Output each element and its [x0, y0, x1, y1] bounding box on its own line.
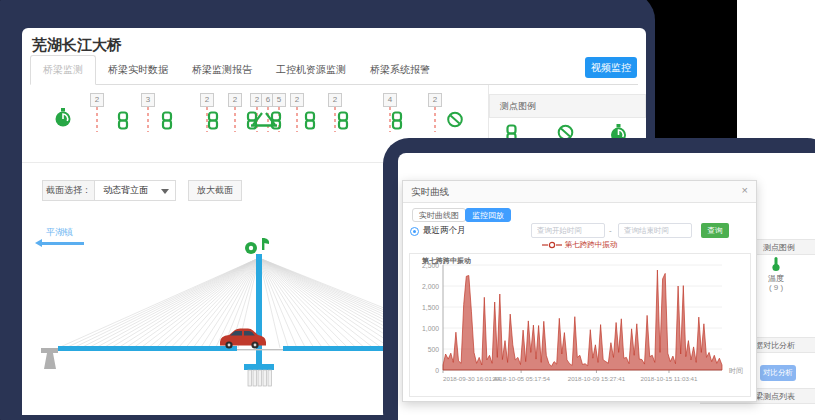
sensor-count-badge: 3 [141, 93, 155, 107]
bridge-deck-joint [237, 349, 283, 350]
link-icon[interactable] [207, 111, 220, 134]
sensor-count-badge: 2 [428, 93, 442, 107]
tab-0[interactable]: 桥梁监测 [30, 55, 96, 85]
query-start-time-input[interactable] [531, 223, 605, 238]
svg-text:2018-10-09 15:27:41: 2018-10-09 15:27:41 [568, 375, 626, 382]
legend-label: 第七跨跨中振动 [565, 240, 618, 250]
page-canvas: { "colors": { "navy":"#2a3454", "accent_… [0, 0, 815, 420]
abutment-cap [41, 348, 58, 353]
link-icon[interactable] [337, 111, 350, 134]
video-monitor-button[interactable]: 视频监控 [585, 57, 637, 78]
sensor-count-badge: 5 [272, 93, 286, 107]
tab-4[interactable]: 桥梁系统报警 [358, 56, 442, 84]
legend-marker-icon [542, 241, 562, 249]
sensor-count-badge: 2 [90, 93, 104, 107]
section-select-label: 截面选择： [42, 180, 94, 201]
query-end-time-input[interactable] [618, 223, 692, 238]
svg-text:2018-10-05 05:17:54: 2018-10-05 05:17:54 [492, 375, 550, 382]
sensor-count-badge: 2 [290, 93, 304, 107]
last-two-months-radio[interactable]: 最近两个月 [410, 225, 466, 237]
sensor-marker-line [435, 107, 436, 132]
section-select-value: 动态背立面 [103, 185, 148, 195]
svg-text:时间: 时间 [729, 367, 743, 375]
ban-icon[interactable] [447, 111, 464, 132]
anemometer-icon [245, 238, 269, 254]
svg-text:1,000: 1,000 [422, 325, 439, 332]
link-icon[interactable] [161, 111, 174, 134]
link-icon[interactable] [304, 111, 317, 134]
chart-title: 第七跨跨中振动 [422, 256, 471, 266]
svg-text:2018-10-15 11:03:41: 2018-10-15 11:03:41 [640, 375, 698, 382]
sensor-marker-line [97, 107, 98, 132]
link-icon[interactable] [117, 111, 130, 134]
pier-cap [244, 364, 274, 370]
tab-2[interactable]: 桥梁监测报告 [180, 56, 264, 84]
abutment-pier [44, 353, 56, 369]
svg-text:0: 0 [435, 367, 439, 374]
sensor-marker-line [235, 107, 236, 132]
radio-label: 最近两个月 [423, 225, 466, 237]
tab-1[interactable]: 桥梁实时数据 [96, 56, 180, 84]
query-button[interactable]: 查询 [701, 223, 729, 238]
thermometer-icon [770, 256, 782, 272]
sensor-count-badge: 4 [383, 93, 397, 107]
link-icon[interactable] [270, 111, 283, 134]
modal-header [403, 181, 756, 203]
chart-container: 第七跨跨中振动 05001,0001,5002,0002,5002018-09-… [409, 253, 751, 397]
tab-realtime-curve[interactable]: 实时曲线图 [412, 208, 466, 222]
stopwatch-icon[interactable] [55, 108, 72, 132]
sensor-marker-line [148, 107, 149, 132]
svg-text:500: 500 [428, 346, 440, 353]
chevron-down-icon [161, 189, 169, 194]
modal-title: 实时曲线 [411, 186, 449, 199]
realtime-curve-modal: 实时曲线 × 实时曲线图 监控回放 最近两个月 - 查询 第七跨跨中振动 第七跨… [402, 180, 757, 402]
sensor-count-badge: 2 [328, 93, 342, 107]
pier-piles [248, 370, 272, 386]
range-separator: - [609, 226, 612, 235]
temperature-count: ( 9 ) [756, 283, 796, 292]
bridge-deck-left [58, 346, 237, 351]
page-title: 芜湖长江大桥 [32, 36, 122, 55]
zoom-section-button[interactable]: 放大截面 [188, 180, 242, 201]
tab-bar: 桥梁监测桥梁实时数据桥梁监测报告工控机资源监测桥梁系统报警 [30, 57, 638, 85]
link-icon[interactable] [391, 111, 404, 134]
chart-legend[interactable]: 第七跨跨中振动 [403, 240, 756, 250]
legend-panel-header: 测点图例 [489, 94, 646, 118]
tab-monitor-playback[interactable]: 监控回放 [465, 208, 511, 222]
sensor-marker-line [297, 107, 298, 132]
sensor-count-badge: 2 [228, 93, 242, 107]
sensor-count-badge: 2 [200, 93, 214, 107]
vibration-chart: 05001,0001,5002,0002,5002018-09-30 16:01… [410, 254, 750, 396]
sensor-marker-line [335, 107, 336, 132]
svg-text:2,000: 2,000 [422, 283, 439, 290]
section-select-dropdown[interactable]: 动态背立面 [94, 180, 176, 201]
background-panel [737, 0, 815, 140]
svg-text:1,500: 1,500 [422, 304, 439, 311]
tab-3[interactable]: 工控机资源监测 [264, 56, 358, 84]
compare-analysis-button[interactable]: 对比分析 [760, 365, 796, 381]
bridge-tower [256, 254, 262, 370]
radio-selected-icon [410, 227, 419, 236]
close-icon[interactable]: × [742, 184, 748, 196]
